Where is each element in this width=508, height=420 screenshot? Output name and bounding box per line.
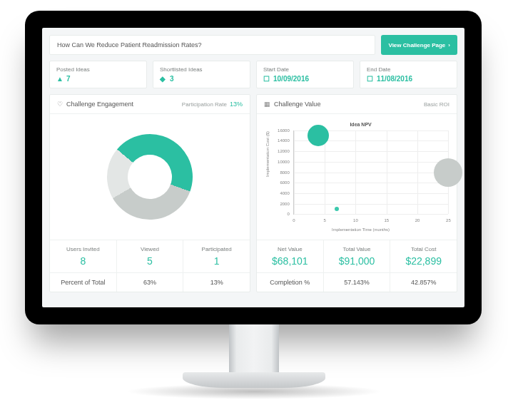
value-header: ▦ Challenge Value Basic ROI	[257, 95, 457, 114]
viewed-label: Viewed	[120, 246, 181, 252]
ytick-label: 10000	[275, 160, 290, 164]
heart-icon: ♡	[57, 101, 63, 108]
total-value-label: Total Value	[327, 246, 387, 252]
total-cost-value: $22,899	[393, 255, 454, 267]
bubble-chart: Idea NPV 0200040006000800010000120001400…	[269, 122, 453, 232]
ytick-label: 6000	[275, 180, 290, 185]
participation-rate-value: 13%	[230, 101, 243, 108]
end-date-card: End Date ☐11/08/2016	[360, 61, 457, 88]
participated-value: 1	[186, 255, 247, 267]
participated-label: Participated	[186, 246, 247, 252]
completion-cost-value: 42.857%	[393, 279, 454, 286]
net-value-value: $68,101	[260, 255, 320, 267]
bookmark-icon: ◆	[160, 75, 167, 83]
xtick-label: 5	[323, 218, 325, 222]
panels-row: ♡ Challenge Engagement Participation Rat…	[49, 94, 457, 292]
start-date-value: 10/09/2016	[273, 75, 309, 83]
value-metrics-row: Net Value $68,101 Total Value $91,000 To…	[257, 240, 457, 272]
engagement-title: Challenge Engagement	[66, 101, 133, 108]
engagement-panel: ♡ Challenge Engagement Participation Rat…	[49, 94, 250, 292]
total-cost-label: Total Cost	[393, 246, 454, 252]
page-title-card: How Can We Reduce Patient Readmission Ra…	[49, 35, 375, 55]
ytick-label: 14000	[275, 138, 290, 143]
chevron-right-icon: ›	[448, 42, 450, 48]
bubble-large-teal	[308, 125, 329, 146]
viewed-pct-value: 63%	[120, 279, 181, 286]
engagement-percent-row: Percent of Total 63% 13%	[50, 272, 250, 292]
chart-ylabel: Implementation Cost ($)	[265, 131, 270, 177]
bubble-small-teal	[335, 207, 339, 211]
value-panel: ▦ Challenge Value Basic ROI Idea NPV 020…	[256, 94, 457, 292]
ytick-label: 2000	[275, 202, 290, 206]
xtick-label: 25	[446, 218, 451, 222]
start-date-label: Start Date	[263, 66, 347, 73]
ytick-label: 0	[275, 212, 290, 216]
header-row: How Can We Reduce Patient Readmission Ra…	[49, 35, 457, 55]
completion-row: Completion % 57.143% 42.857%	[257, 272, 457, 292]
users-invited-cell: Users Invited 8	[50, 240, 116, 272]
participated-cell: Participated 1	[183, 240, 250, 272]
net-value-cell: Net Value $68,101	[257, 240, 323, 272]
completion-label-cell: Completion %	[257, 273, 323, 292]
total-cost-cell: Total Cost $22,899	[390, 240, 457, 272]
users-invited-value: 8	[53, 255, 113, 267]
xtick-label: 10	[353, 218, 358, 222]
participated-pct-cell: 13%	[183, 273, 250, 292]
viewed-value: 5	[120, 255, 181, 267]
posted-ideas-value: 7	[66, 75, 71, 83]
total-value-cell: Total Value $91,000	[323, 240, 390, 272]
user-icon: ▲	[56, 75, 64, 83]
shortlisted-card: Shortlisted Ideas ◆3	[153, 61, 250, 88]
chart-plot-area: 0200040006000800010000120001400016000051…	[293, 130, 449, 215]
monitor-frame: How Can We Reduce Patient Readmission Ra…	[25, 11, 482, 324]
value-sublabel: Basic ROI	[424, 101, 449, 108]
users-invited-label: Users Invited	[53, 246, 113, 252]
chart-xlabel: Implementation Time (months)	[332, 227, 390, 232]
posted-ideas-card: Posted Ideas ▲7	[49, 61, 147, 88]
net-value-label: Net Value	[260, 246, 320, 252]
view-challenge-button[interactable]: View Challenge Page ›	[381, 35, 457, 55]
calendar-icon: ☐	[367, 75, 374, 83]
total-value-value: $91,000	[327, 255, 387, 267]
calendar-icon: ☐	[263, 75, 270, 83]
ytick-label: 8000	[275, 170, 290, 175]
stats-row: Posted Ideas ▲7 Shortlisted Ideas ◆3 Sta…	[49, 61, 457, 88]
page-title: How Can We Reduce Patient Readmission Ra…	[57, 41, 201, 48]
grid-icon: ▦	[264, 101, 270, 108]
ytick-label: 4000	[275, 191, 290, 195]
engagement-header: ♡ Challenge Engagement Participation Rat…	[50, 95, 250, 114]
viewed-cell: Viewed 5	[116, 240, 183, 272]
participated-pct-value: 13%	[186, 279, 247, 286]
end-date-value: 11/08/2016	[377, 75, 412, 83]
bubble-large-grey	[434, 158, 462, 187]
value-body: Idea NPV 0200040006000800010000120001400…	[257, 114, 457, 240]
engagement-body	[50, 114, 250, 240]
completion-total-value: 57.143%	[327, 279, 387, 286]
xtick-label: 0	[293, 218, 295, 222]
chart-title: Idea NPV	[350, 122, 371, 127]
percent-of-total-cell: Percent of Total	[50, 273, 116, 292]
monitor-stand-base	[183, 372, 325, 388]
screen: How Can We Reduce Patient Readmission Ra…	[42, 28, 464, 307]
value-title: Challenge Value	[274, 101, 320, 108]
completion-cost-cell: 42.857%	[390, 273, 457, 292]
view-challenge-label: View Challenge Page	[388, 42, 445, 48]
participation-rate-label: Participation Rate	[182, 101, 227, 108]
engagement-donut-chart	[89, 116, 210, 237]
xtick-label: 15	[384, 218, 389, 222]
start-date-card: Start Date ☐10/09/2016	[256, 61, 354, 88]
ytick-label: 16000	[275, 128, 290, 133]
percent-of-total-label: Percent of Total	[53, 279, 113, 286]
completion-total-cell: 57.143%	[323, 273, 390, 292]
shortlisted-label: Shortlisted Ideas	[160, 66, 243, 73]
shortlisted-value: 3	[170, 75, 174, 83]
xtick-label: 20	[415, 218, 420, 222]
engagement-metrics-row: Users Invited 8 Viewed 5 Participated 1	[50, 240, 250, 272]
ytick-label: 12000	[275, 149, 290, 153]
viewed-pct-cell: 63%	[116, 273, 183, 292]
end-date-label: End Date	[367, 66, 450, 73]
posted-ideas-label: Posted Ideas	[56, 66, 140, 73]
completion-label: Completion %	[260, 279, 320, 286]
